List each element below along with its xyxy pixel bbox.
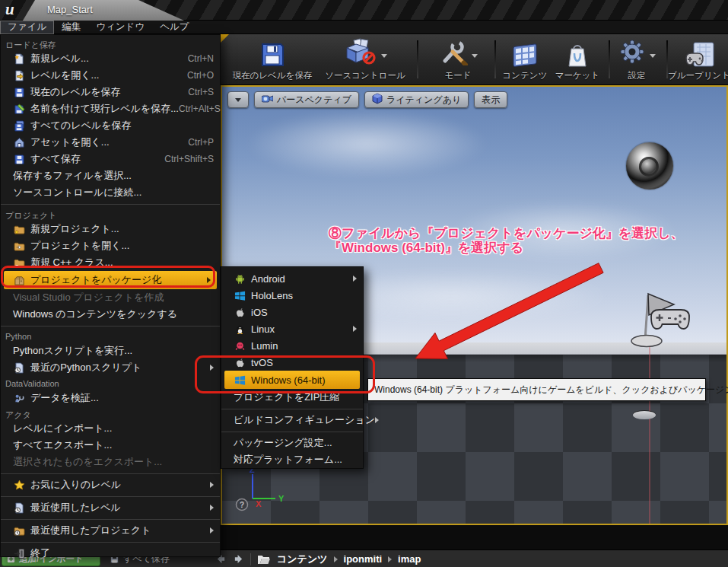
menu-file[interactable]: ファイル [0, 21, 54, 34]
source-control-label: ソースコントロール [325, 70, 405, 81]
blueprint-gamepad-icon [683, 41, 715, 68]
source-control-icon [344, 38, 377, 68]
menu-item-recent-levels[interactable]: 最近使用したレベル [1, 499, 220, 516]
content-browser-button[interactable]: コンテンツ [499, 37, 551, 84]
menu-item-save-all[interactable]: すべて保存 Ctrl+Shift+S [1, 151, 220, 167]
breadcrumb-arrow-icon [334, 556, 338, 562]
menu-item-recent-projects[interactable]: 最近使用したプロジェクト [1, 522, 220, 539]
divider [250, 553, 251, 565]
menu-item-choose-files-to-save[interactable]: 保存するファイルを選択... [1, 167, 220, 184]
breadcrumb-iponmiti[interactable]: iponmiti [344, 553, 383, 565]
menu-item-exit[interactable]: 終了 [1, 545, 220, 562]
gear-icon [618, 38, 646, 68]
menu-item-generate-vs-project[interactable]: Visual Studio プロジェクトを作成 [1, 289, 220, 306]
chrome-sphere-actor[interactable] [626, 142, 673, 190]
menu-separator [1, 326, 220, 327]
recent-python-icon [13, 362, 25, 374]
breadcrumb-bar: コンテンツ iponmiti imap [215, 550, 421, 567]
help-icon[interactable]: ? [240, 501, 244, 509]
save-current-level-button[interactable]: 現在のレベルを保存 [227, 37, 318, 84]
menu-item-import-into-level[interactable]: レベルにインポート... [1, 420, 220, 437]
breadcrumb-content[interactable]: コンテンツ [277, 553, 328, 566]
submenu-arrow-icon [210, 482, 214, 488]
axis-y-label: Y [278, 494, 285, 503]
menu-item-validate-data[interactable]: データを検証... [1, 390, 220, 406]
validate-data-icon [13, 392, 25, 404]
open-project-icon [13, 240, 25, 252]
unreal-editor-window: u Map_Start ファイル 編集 ウィンドウ ヘルプ 現在のレベルを保存 … [0, 0, 728, 567]
apple-icon [234, 306, 246, 318]
viewport-toolbar: パースペクティブ ライティングあり 表示 [227, 91, 507, 108]
menu-item-run-python-script[interactable]: Pythonスクリプトを実行... [1, 342, 220, 359]
forward-arrow-icon[interactable] [233, 554, 244, 564]
submenu-item-packaging-settings[interactable]: パッケージング設定... [221, 435, 363, 451]
viewport-options-button[interactable] [227, 91, 249, 108]
breadcrumb-imap[interactable]: imap [398, 553, 421, 565]
cube-icon [372, 93, 383, 107]
annotation-line2: 『Windows (64-bit)』を選択する [329, 240, 684, 255]
tooltip: Windows (64-bit) プラットフォーム向けにゲームをビルド、クックお… [367, 378, 706, 401]
menu-item-open-project[interactable]: プロジェクトを開く... [1, 237, 220, 254]
menu-item-connect-source-control[interactable]: ソースコントロールに接続... [1, 184, 220, 201]
menu-item-favorite-levels[interactable]: お気に入りのレベル [1, 476, 220, 493]
tutorial-annotation: ⑧ファイルから『プロジェクトをパッケージ化』を選択し、 『Windows (64… [329, 226, 684, 255]
menu-item-save-level-as[interactable]: 名前を付けて現行レベルを保存... Ctrl+Alt+S [1, 100, 220, 117]
menu-separator [221, 409, 363, 409]
perspective-button[interactable]: パースペクティブ [254, 91, 359, 108]
sphere-reflection [639, 157, 659, 177]
blueprints-button[interactable]: ブループリント [671, 37, 727, 84]
breadcrumb-arrow-icon [388, 556, 392, 562]
modes-button[interactable]: モード [423, 37, 493, 84]
save-as-icon [13, 103, 25, 115]
menu-item-export-selected[interactable]: 選択されたものをエクスポート... [1, 454, 220, 470]
menu-item-cook-windows-content[interactable]: Windows のコンテンツをクックする [1, 306, 220, 323]
submenu-item-lumin[interactable]: Lumin [221, 337, 363, 354]
menu-separator [1, 542, 220, 543]
menu-item-new-level[interactable]: 新規レベル... Ctrl+N [1, 50, 220, 67]
menu-item-recent-python-scripts[interactable]: 最近のPythonスクリプト [1, 359, 220, 376]
player-start-actor[interactable] [618, 286, 709, 356]
level-tab[interactable]: Map_Start [23, 0, 184, 21]
android-icon [234, 272, 246, 285]
marketplace-bag-icon [565, 41, 590, 68]
menu-item-save-current-level[interactable]: 現在のレベルを保存 Ctrl+S [1, 84, 220, 100]
title-bar: u Map_Start [0, 0, 728, 21]
submenu-arrow-icon [353, 276, 357, 282]
section-load-save: ロードと保存 [1, 37, 220, 50]
submenu-item-build-configuration[interactable]: ビルドコンフィギュレーション [221, 412, 363, 428]
content-browser-label: コンテンツ [503, 70, 548, 81]
lit-mode-button[interactable]: ライティングあり [364, 91, 469, 108]
section-datavalidation: DataValidation [1, 376, 220, 390]
menu-item-export-all[interactable]: すべてエクスポート... [1, 437, 220, 454]
recent-levels-icon [13, 502, 25, 514]
menu-edit[interactable]: 編集 [54, 21, 88, 34]
content-browser-strip [221, 525, 728, 549]
toolbar-separator [609, 40, 610, 78]
settings-button[interactable]: 設定 [615, 37, 659, 84]
file-menu-panel: ロードと保存 新規レベル... Ctrl+N レベルを開く... Ctrl+O … [0, 34, 221, 557]
submenu-arrow-icon [210, 505, 214, 511]
menu-item-new-project[interactable]: 新規プロジェクト... [1, 221, 220, 237]
marketplace-button[interactable]: マーケット [551, 37, 604, 84]
unreal-logo-icon: u [5, 0, 14, 19]
source-control-button[interactable]: ソースコントロール [318, 37, 412, 84]
linux-penguin-icon [234, 323, 246, 335]
submenu-item-android[interactable]: Android [221, 270, 363, 287]
submenu-item-hololens[interactable]: HoloLens [221, 287, 363, 304]
menu-item-save-all-levels[interactable]: すべてのレベルを保存 [1, 117, 220, 134]
menu-window[interactable]: ウィンドウ [88, 21, 152, 34]
menu-item-open-asset[interactable]: アセットを開く... Ctrl+P [1, 134, 220, 151]
show-button[interactable]: 表示 [474, 91, 507, 108]
red-highlight-package-project [1, 266, 215, 288]
content-browser-icon [510, 41, 539, 68]
lumin-icon [234, 339, 246, 352]
submenu-item-linux[interactable]: Linux [221, 320, 363, 337]
camera-icon [262, 94, 273, 105]
main-toolbar: 現在のレベルを保存 ソースコントロール モード [221, 34, 728, 85]
distant-mesh-actor[interactable] [633, 411, 656, 419]
new-level-icon [13, 53, 25, 65]
submenu-item-ios[interactable]: iOS [221, 304, 363, 320]
submenu-item-supported-platforms[interactable]: 対応プラットフォーム... [221, 451, 363, 468]
menu-item-open-level[interactable]: レベルを開く... Ctrl+O [1, 67, 220, 84]
menu-help[interactable]: ヘルプ [152, 21, 196, 34]
